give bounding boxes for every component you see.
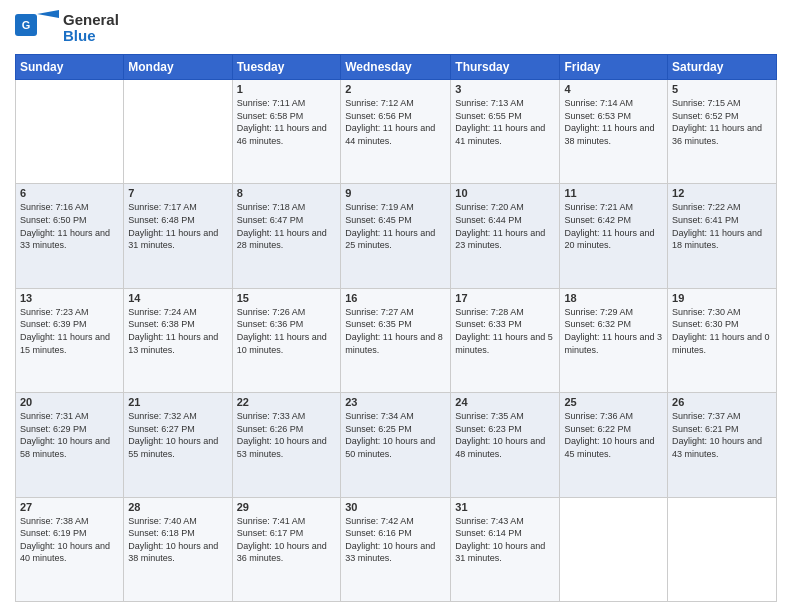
header-day: Sunday — [16, 55, 124, 80]
day-cell: 16Sunrise: 7:27 AMSunset: 6:35 PMDayligh… — [341, 288, 451, 392]
day-info: Sunrise: 7:43 AMSunset: 6:14 PMDaylight:… — [455, 515, 555, 565]
day-cell: 9Sunrise: 7:19 AMSunset: 6:45 PMDaylight… — [341, 184, 451, 288]
day-number: 22 — [237, 396, 337, 408]
logo-general: General — [63, 12, 119, 29]
day-info: Sunrise: 7:29 AMSunset: 6:32 PMDaylight:… — [564, 306, 663, 356]
day-cell: 22Sunrise: 7:33 AMSunset: 6:26 PMDayligh… — [232, 393, 341, 497]
day-number: 13 — [20, 292, 119, 304]
day-number: 7 — [128, 187, 227, 199]
day-cell: 25Sunrise: 7:36 AMSunset: 6:22 PMDayligh… — [560, 393, 668, 497]
day-cell: 3Sunrise: 7:13 AMSunset: 6:55 PMDaylight… — [451, 80, 560, 184]
day-number: 5 — [672, 83, 772, 95]
day-cell: 29Sunrise: 7:41 AMSunset: 6:17 PMDayligh… — [232, 497, 341, 601]
day-info: Sunrise: 7:31 AMSunset: 6:29 PMDaylight:… — [20, 410, 119, 460]
logo-blue: Blue — [63, 28, 119, 45]
day-number: 18 — [564, 292, 663, 304]
day-cell: 2Sunrise: 7:12 AMSunset: 6:56 PMDaylight… — [341, 80, 451, 184]
day-number: 21 — [128, 396, 227, 408]
day-info: Sunrise: 7:13 AMSunset: 6:55 PMDaylight:… — [455, 97, 555, 147]
svg-text:G: G — [22, 19, 31, 31]
day-info: Sunrise: 7:34 AMSunset: 6:25 PMDaylight:… — [345, 410, 446, 460]
day-number: 8 — [237, 187, 337, 199]
day-number: 29 — [237, 501, 337, 513]
day-cell: 19Sunrise: 7:30 AMSunset: 6:30 PMDayligh… — [668, 288, 777, 392]
day-number: 6 — [20, 187, 119, 199]
day-info: Sunrise: 7:18 AMSunset: 6:47 PMDaylight:… — [237, 201, 337, 251]
day-number: 11 — [564, 187, 663, 199]
day-cell: 6Sunrise: 7:16 AMSunset: 6:50 PMDaylight… — [16, 184, 124, 288]
logo-icon: G — [15, 10, 59, 46]
day-number: 20 — [20, 396, 119, 408]
header-row: SundayMondayTuesdayWednesdayThursdayFrid… — [16, 55, 777, 80]
week-row: 1Sunrise: 7:11 AMSunset: 6:58 PMDaylight… — [16, 80, 777, 184]
day-number: 24 — [455, 396, 555, 408]
header-day: Friday — [560, 55, 668, 80]
day-info: Sunrise: 7:12 AMSunset: 6:56 PMDaylight:… — [345, 97, 446, 147]
day-info: Sunrise: 7:11 AMSunset: 6:58 PMDaylight:… — [237, 97, 337, 147]
day-info: Sunrise: 7:41 AMSunset: 6:17 PMDaylight:… — [237, 515, 337, 565]
header-day: Monday — [124, 55, 232, 80]
day-number: 2 — [345, 83, 446, 95]
svg-marker-2 — [37, 10, 59, 18]
day-cell: 15Sunrise: 7:26 AMSunset: 6:36 PMDayligh… — [232, 288, 341, 392]
day-number: 16 — [345, 292, 446, 304]
day-cell: 18Sunrise: 7:29 AMSunset: 6:32 PMDayligh… — [560, 288, 668, 392]
day-cell — [668, 497, 777, 601]
day-info: Sunrise: 7:38 AMSunset: 6:19 PMDaylight:… — [20, 515, 119, 565]
day-number: 28 — [128, 501, 227, 513]
day-info: Sunrise: 7:26 AMSunset: 6:36 PMDaylight:… — [237, 306, 337, 356]
day-cell: 28Sunrise: 7:40 AMSunset: 6:18 PMDayligh… — [124, 497, 232, 601]
day-number: 17 — [455, 292, 555, 304]
week-row: 13Sunrise: 7:23 AMSunset: 6:39 PMDayligh… — [16, 288, 777, 392]
day-cell: 27Sunrise: 7:38 AMSunset: 6:19 PMDayligh… — [16, 497, 124, 601]
header: G General Blue — [15, 10, 777, 46]
day-cell: 7Sunrise: 7:17 AMSunset: 6:48 PMDaylight… — [124, 184, 232, 288]
day-number: 23 — [345, 396, 446, 408]
day-cell — [16, 80, 124, 184]
day-info: Sunrise: 7:36 AMSunset: 6:22 PMDaylight:… — [564, 410, 663, 460]
day-cell: 21Sunrise: 7:32 AMSunset: 6:27 PMDayligh… — [124, 393, 232, 497]
day-info: Sunrise: 7:35 AMSunset: 6:23 PMDaylight:… — [455, 410, 555, 460]
day-info: Sunrise: 7:37 AMSunset: 6:21 PMDaylight:… — [672, 410, 772, 460]
day-cell — [124, 80, 232, 184]
day-info: Sunrise: 7:23 AMSunset: 6:39 PMDaylight:… — [20, 306, 119, 356]
day-cell: 31Sunrise: 7:43 AMSunset: 6:14 PMDayligh… — [451, 497, 560, 601]
header-day: Saturday — [668, 55, 777, 80]
day-number: 14 — [128, 292, 227, 304]
week-row: 27Sunrise: 7:38 AMSunset: 6:19 PMDayligh… — [16, 497, 777, 601]
day-number: 3 — [455, 83, 555, 95]
day-info: Sunrise: 7:22 AMSunset: 6:41 PMDaylight:… — [672, 201, 772, 251]
day-cell: 26Sunrise: 7:37 AMSunset: 6:21 PMDayligh… — [668, 393, 777, 497]
header-day: Wednesday — [341, 55, 451, 80]
day-cell: 30Sunrise: 7:42 AMSunset: 6:16 PMDayligh… — [341, 497, 451, 601]
day-cell: 10Sunrise: 7:20 AMSunset: 6:44 PMDayligh… — [451, 184, 560, 288]
day-cell: 1Sunrise: 7:11 AMSunset: 6:58 PMDaylight… — [232, 80, 341, 184]
day-cell: 23Sunrise: 7:34 AMSunset: 6:25 PMDayligh… — [341, 393, 451, 497]
day-info: Sunrise: 7:42 AMSunset: 6:16 PMDaylight:… — [345, 515, 446, 565]
day-number: 30 — [345, 501, 446, 513]
day-info: Sunrise: 7:32 AMSunset: 6:27 PMDaylight:… — [128, 410, 227, 460]
day-number: 25 — [564, 396, 663, 408]
day-cell: 4Sunrise: 7:14 AMSunset: 6:53 PMDaylight… — [560, 80, 668, 184]
day-info: Sunrise: 7:16 AMSunset: 6:50 PMDaylight:… — [20, 201, 119, 251]
day-number: 4 — [564, 83, 663, 95]
day-info: Sunrise: 7:14 AMSunset: 6:53 PMDaylight:… — [564, 97, 663, 147]
day-cell: 20Sunrise: 7:31 AMSunset: 6:29 PMDayligh… — [16, 393, 124, 497]
day-cell: 8Sunrise: 7:18 AMSunset: 6:47 PMDaylight… — [232, 184, 341, 288]
week-row: 6Sunrise: 7:16 AMSunset: 6:50 PMDaylight… — [16, 184, 777, 288]
calendar-table: SundayMondayTuesdayWednesdayThursdayFrid… — [15, 54, 777, 602]
calendar-page: G General Blue SundayMondayTuesdayWednes… — [0, 0, 792, 612]
day-info: Sunrise: 7:28 AMSunset: 6:33 PMDaylight:… — [455, 306, 555, 356]
day-cell: 24Sunrise: 7:35 AMSunset: 6:23 PMDayligh… — [451, 393, 560, 497]
day-info: Sunrise: 7:20 AMSunset: 6:44 PMDaylight:… — [455, 201, 555, 251]
day-number: 27 — [20, 501, 119, 513]
day-info: Sunrise: 7:15 AMSunset: 6:52 PMDaylight:… — [672, 97, 772, 147]
day-info: Sunrise: 7:40 AMSunset: 6:18 PMDaylight:… — [128, 515, 227, 565]
day-number: 1 — [237, 83, 337, 95]
day-cell: 11Sunrise: 7:21 AMSunset: 6:42 PMDayligh… — [560, 184, 668, 288]
day-info: Sunrise: 7:19 AMSunset: 6:45 PMDaylight:… — [345, 201, 446, 251]
day-cell — [560, 497, 668, 601]
day-number: 9 — [345, 187, 446, 199]
week-row: 20Sunrise: 7:31 AMSunset: 6:29 PMDayligh… — [16, 393, 777, 497]
day-number: 31 — [455, 501, 555, 513]
